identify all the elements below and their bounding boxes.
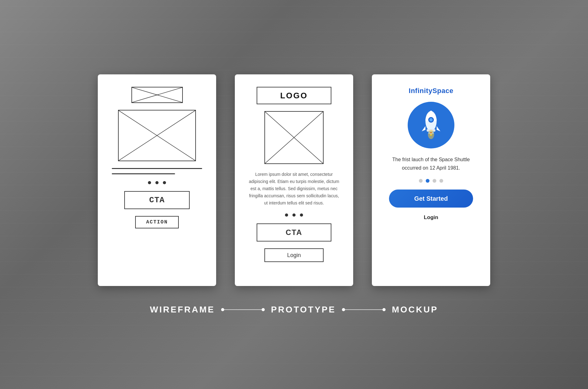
main-content: CTA ACTION LOGO Lorem ipsum dolor sit am…	[0, 0, 588, 389]
mockup-dot-3[interactable]	[433, 179, 436, 183]
svg-point-11	[428, 132, 430, 134]
mockup-dot-4[interactable]	[439, 179, 443, 183]
mockup-label: MOCKUP	[392, 305, 438, 315]
get-started-button[interactable]: Get Started	[389, 190, 473, 208]
prototype-card: LOGO Lorem ipsum dolor sit amet, consect…	[235, 74, 353, 286]
cards-row: CTA ACTION LOGO Lorem ipsum dolor sit am…	[98, 74, 490, 286]
prototype-cta-label: CTA	[286, 228, 302, 237]
wireframe-line-2	[112, 173, 175, 174]
mockup-label-item: MOCKUP	[392, 305, 438, 315]
connector-dot-left-1	[221, 308, 224, 311]
prototype-label: PROTOTYPE	[271, 305, 336, 315]
wireframe-small-x	[132, 87, 182, 102]
labels-row: WIREFRAME PROTOTYPE MOCKUP	[25, 305, 563, 315]
wireframe-action-button[interactable]: ACTION	[135, 216, 179, 228]
mockup-dot-1[interactable]	[419, 179, 423, 183]
connector-dot-right-2	[382, 308, 386, 311]
mockup-dot-2[interactable]	[426, 179, 429, 183]
prototype-label-item: PROTOTYPE	[271, 305, 336, 315]
mockup-login-link[interactable]: Login	[424, 214, 438, 221]
wireframe-hero-x	[119, 110, 195, 161]
prototype-dots	[285, 213, 303, 217]
connector-line-2	[345, 309, 382, 310]
prototype-image-placeholder	[264, 111, 324, 164]
prototype-logo-label: LOGO	[280, 91, 308, 101]
get-started-label: Get Started	[414, 195, 448, 202]
connector-dot-left-2	[342, 308, 345, 311]
mockup-description: The frist lauch of the Space Shuttle occ…	[383, 155, 479, 172]
wireframe-label: WIREFRAME	[150, 305, 215, 315]
wireframe-dot-2	[155, 181, 159, 184]
svg-point-13	[430, 133, 432, 135]
wireframe-line-1	[112, 168, 202, 169]
mockup-rocket-circle	[408, 102, 454, 148]
prototype-login-button[interactable]: Login	[264, 248, 324, 262]
wireframe-dot-1	[148, 181, 151, 184]
wireframe-cta-button[interactable]: CTA	[124, 191, 190, 209]
svg-point-12	[432, 132, 434, 134]
connector-line-1	[224, 309, 262, 310]
connector-1	[221, 308, 265, 311]
wireframe-dots	[148, 181, 166, 184]
prototype-lorem-text: Lorem ipsum dolor sit amet, consectetur …	[246, 171, 342, 207]
mockup-pagination-dots	[419, 179, 443, 183]
wireframe-cta-label: CTA	[149, 195, 165, 205]
wireframe-dot-3	[163, 181, 166, 184]
prototype-placeholder-x	[265, 112, 323, 163]
prototype-dot-1	[285, 213, 288, 217]
prototype-cta-button[interactable]: CTA	[257, 223, 331, 241]
wireframe-card: CTA ACTION	[98, 74, 216, 286]
wireframe-action-label: ACTION	[146, 219, 168, 225]
svg-point-8	[429, 118, 433, 121]
wireframe-text-lines	[109, 168, 205, 174]
connector-2	[342, 308, 386, 311]
mockup-card: InfinitySpace	[372, 74, 490, 286]
rocket-icon	[415, 108, 447, 142]
prototype-login-label: Login	[287, 252, 301, 259]
prototype-logo-box: LOGO	[257, 87, 331, 104]
mockup-brand-name: InfinitySpace	[409, 87, 453, 95]
prototype-dot-2	[292, 213, 296, 217]
wireframe-label-item: WIREFRAME	[150, 305, 215, 315]
wireframe-hero-placeholder	[118, 110, 196, 161]
prototype-dot-3	[300, 213, 303, 217]
wireframe-small-placeholder	[131, 87, 183, 103]
connector-dot-right-1	[262, 308, 265, 311]
